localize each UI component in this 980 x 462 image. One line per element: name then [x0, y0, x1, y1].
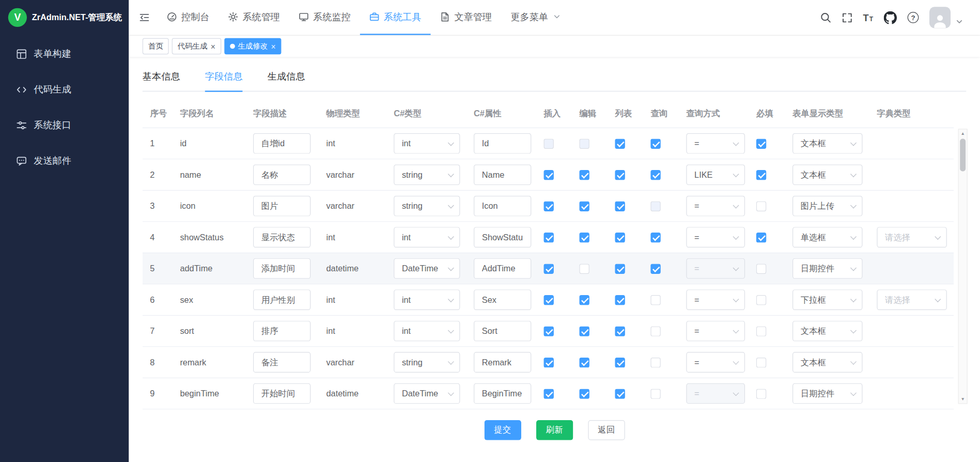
query-mode-select[interactable]: = [686, 258, 745, 279]
query-checkbox[interactable] [650, 232, 660, 242]
required-checkbox[interactable] [756, 264, 766, 273]
cs-prop-input[interactable] [474, 352, 531, 373]
list-checkbox[interactable] [615, 389, 625, 398]
sidebar-item-1[interactable]: 表单构建 [0, 36, 129, 72]
list-checkbox[interactable] [615, 201, 625, 211]
cs-type-select[interactable]: int [394, 227, 460, 248]
edit-checkbox[interactable] [579, 138, 589, 148]
desc-input[interactable] [253, 196, 310, 217]
desc-input[interactable] [253, 321, 310, 342]
tag-1[interactable]: 首页 [143, 38, 169, 54]
scrollbar-thumb[interactable] [960, 139, 966, 172]
required-checkbox[interactable] [756, 232, 766, 242]
tag-2[interactable]: 代码生成× [172, 38, 221, 54]
cs-prop-input[interactable] [474, 321, 531, 342]
scroll-down-icon[interactable]: ▼ [959, 395, 967, 404]
edit-checkbox[interactable] [579, 201, 589, 211]
query-mode-select[interactable]: = [686, 133, 745, 154]
display-type-select[interactable]: 文本框 [792, 164, 862, 185]
nav-item-1[interactable]: 控制台 [158, 0, 219, 35]
edit-checkbox[interactable] [579, 170, 589, 179]
query-mode-select[interactable]: = [686, 383, 745, 404]
query-checkbox[interactable] [650, 138, 660, 148]
desc-input[interactable] [253, 383, 310, 404]
nav-item-6[interactable]: 更多菜单 [501, 0, 569, 35]
query-mode-select[interactable]: = [686, 289, 745, 310]
search-icon[interactable] [820, 12, 831, 23]
insert-checkbox[interactable] [544, 295, 554, 304]
close-icon[interactable]: × [211, 42, 215, 51]
query-checkbox[interactable] [650, 170, 660, 179]
desc-input[interactable] [253, 352, 310, 373]
required-checkbox[interactable] [756, 295, 766, 304]
tab-2[interactable]: 字段信息 [205, 71, 243, 92]
required-checkbox[interactable] [756, 201, 766, 211]
insert-checkbox[interactable] [544, 357, 554, 367]
list-checkbox[interactable] [615, 357, 625, 367]
query-checkbox[interactable] [650, 264, 660, 273]
query-mode-select[interactable]: = [686, 352, 745, 373]
query-checkbox[interactable] [650, 326, 660, 336]
tab-3[interactable]: 生成信息 [268, 71, 305, 92]
dict-type-select[interactable]: 请选择 [877, 289, 946, 310]
query-mode-select[interactable]: = [686, 196, 745, 217]
sidebar-item-3[interactable]: 系统接口 [0, 107, 129, 143]
query-checkbox[interactable] [650, 295, 660, 304]
nav-item-5[interactable]: 文章管理 [431, 0, 502, 35]
refresh-button[interactable]: 刷新 [536, 420, 572, 440]
scroll-up-icon[interactable]: ▲ [959, 129, 967, 137]
edit-checkbox[interactable] [579, 389, 589, 398]
cs-type-select[interactable]: int [394, 289, 460, 310]
cs-type-select[interactable]: string [394, 164, 460, 185]
required-checkbox[interactable] [756, 138, 766, 148]
display-type-select[interactable]: 图片上传 [792, 196, 862, 217]
nav-item-4[interactable]: 系统工具 [360, 0, 431, 35]
edit-checkbox[interactable] [579, 326, 589, 336]
list-checkbox[interactable] [615, 326, 625, 336]
edit-checkbox[interactable] [579, 357, 589, 367]
required-checkbox[interactable] [756, 357, 766, 367]
list-checkbox[interactable] [615, 295, 625, 304]
fullscreen-icon[interactable] [842, 12, 852, 23]
insert-checkbox[interactable] [544, 138, 554, 148]
query-checkbox[interactable] [650, 357, 660, 367]
sidebar-item-2[interactable]: 代码生成 [0, 72, 129, 107]
insert-checkbox[interactable] [544, 264, 554, 273]
edit-checkbox[interactable] [579, 264, 589, 273]
help-icon[interactable]: ? [908, 12, 919, 23]
close-icon[interactable]: × [271, 42, 276, 51]
query-mode-select[interactable]: = [686, 321, 745, 342]
display-type-select[interactable]: 文本框 [792, 321, 862, 342]
desc-input[interactable] [253, 133, 310, 154]
desc-input[interactable] [253, 258, 310, 279]
cs-prop-input[interactable] [474, 258, 531, 279]
insert-checkbox[interactable] [544, 326, 554, 336]
cs-type-select[interactable]: DateTime [394, 383, 460, 404]
desc-input[interactable] [253, 289, 310, 310]
query-checkbox[interactable] [650, 201, 660, 211]
dict-type-select[interactable]: 请选择 [877, 227, 946, 248]
back-button[interactable]: 返回 [588, 420, 625, 440]
display-type-select[interactable]: 单选框 [792, 227, 862, 248]
display-type-select[interactable]: 日期控件 [792, 258, 862, 279]
edit-checkbox[interactable] [579, 232, 589, 242]
desc-input[interactable] [253, 164, 310, 185]
cs-type-select[interactable]: string [394, 196, 460, 217]
cs-prop-input[interactable] [474, 133, 531, 154]
cs-type-select[interactable]: int [394, 133, 460, 154]
sidebar-collapse-icon[interactable] [139, 12, 150, 23]
submit-button[interactable]: 提交 [484, 420, 521, 440]
display-type-select[interactable]: 文本框 [792, 352, 862, 373]
tag-3[interactable]: 生成修改× [224, 38, 282, 54]
cs-type-select[interactable]: string [394, 352, 460, 373]
query-mode-select[interactable]: LIKE [686, 164, 745, 185]
list-checkbox[interactable] [615, 232, 625, 242]
tab-1[interactable]: 基本信息 [143, 71, 180, 92]
avatar[interactable] [929, 7, 951, 28]
list-checkbox[interactable] [615, 264, 625, 273]
display-type-select[interactable]: 下拉框 [792, 289, 862, 310]
font-size-icon[interactable]: TT [863, 13, 873, 22]
required-checkbox[interactable] [756, 170, 766, 179]
nav-item-3[interactable]: 系统监控 [289, 0, 360, 35]
cs-prop-input[interactable] [474, 196, 531, 217]
